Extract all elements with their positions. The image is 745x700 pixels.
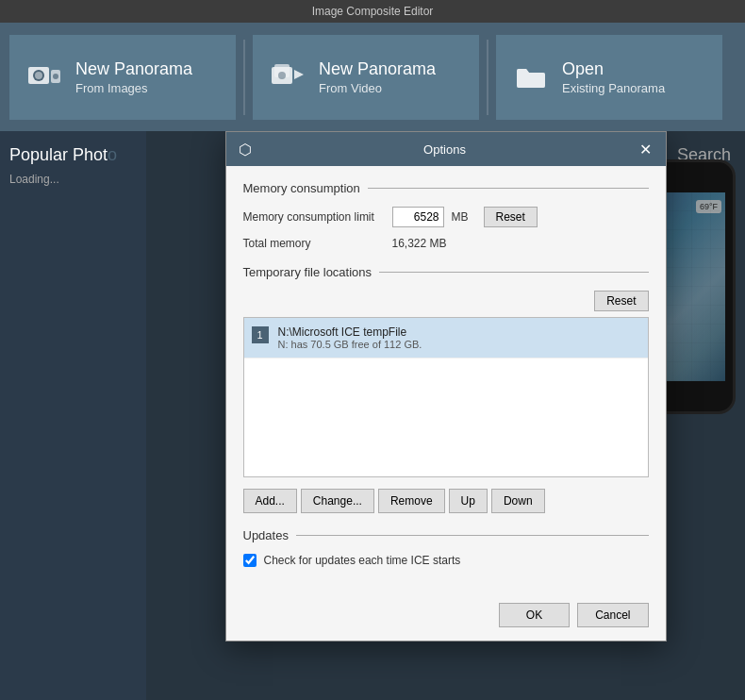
camera-icon	[26, 59, 62, 95]
dialog-close-button[interactable]: ✕	[636, 139, 656, 159]
file-item-num: 1	[252, 326, 269, 343]
tempfiles-reset-row: Reset	[243, 291, 649, 311]
right-content: Search 69°F ⬡ Options ✕	[146, 131, 745, 700]
file-actions: Add... Change... Remove Up Down	[243, 489, 649, 513]
new-panorama-images-button[interactable]: New Panorama From Images	[9, 35, 236, 120]
tempfiles-section-line	[379, 272, 648, 273]
btn2-sub: From Video	[319, 81, 436, 95]
ok-button[interactable]: OK	[499, 603, 570, 627]
tempfiles-section-header: Temporary file locations	[243, 265, 649, 279]
memory-limit-label: Memory consumption limit	[243, 210, 385, 224]
updates-section: Updates Check for updates each time ICE …	[243, 528, 649, 567]
memory-section-label: Memory consumption	[243, 181, 360, 195]
file-item-info: N:\Microsoft ICE tempFile N: has 70.5 GB…	[278, 325, 640, 350]
file-list-item[interactable]: 1 N:\Microsoft ICE tempFile N: has 70.5 …	[244, 318, 648, 358]
updates-section-label: Updates	[243, 528, 289, 542]
options-dialog: ⬡ Options ✕ Memory consumption Memory co…	[225, 131, 667, 642]
memory-limit-row: Memory consumption limit MB Reset	[243, 207, 649, 227]
updates-section-line	[296, 535, 649, 536]
svg-point-8	[278, 72, 286, 79]
dialog-titlebar: ⬡ Options ✕	[226, 132, 666, 166]
btn3-title: Open	[562, 58, 665, 80]
svg-point-4	[53, 74, 58, 79]
btn1-title: New Panorama	[75, 58, 192, 80]
updates-checkbox[interactable]	[243, 554, 257, 567]
file-item-path: N:\Microsoft ICE tempFile	[278, 325, 640, 339]
file-list[interactable]: 1 N:\Microsoft ICE tempFile N: has 70.5 …	[243, 317, 649, 477]
sidebar: Popular Photo Loading...	[0, 131, 146, 700]
down-button[interactable]: Down	[491, 489, 545, 513]
sidebar-title: Popular Photo	[9, 145, 137, 165]
toolbar: New Panorama From Images New Panorama Fr…	[0, 23, 745, 131]
modal-overlay: ⬡ Options ✕ Memory consumption Memory co…	[146, 131, 745, 700]
btn3-sub: Existing Panorama	[562, 81, 665, 95]
memory-section-line	[368, 188, 649, 189]
btn3-text: Open Existing Panorama	[562, 58, 665, 94]
open-panorama-button[interactable]: Open Existing Panorama	[496, 35, 722, 120]
change-button[interactable]: Change...	[301, 489, 374, 513]
dialog-icon: ⬡	[236, 140, 255, 158]
tempfiles-section-label: Temporary file locations	[243, 265, 372, 279]
dialog-body: Memory consumption Memory consumption li…	[226, 166, 666, 593]
up-button[interactable]: Up	[449, 489, 488, 513]
new-panorama-video-button[interactable]: New Panorama From Video	[253, 35, 479, 120]
total-memory-row: Total memory 16,322 MB	[243, 237, 649, 250]
cancel-button[interactable]: Cancel	[577, 603, 648, 627]
sidebar-loading: Loading...	[9, 173, 137, 186]
add-button[interactable]: Add...	[243, 489, 297, 513]
memory-reset-button[interactable]: Reset	[484, 207, 538, 227]
updates-checkbox-row: Check for updates each time ICE starts	[243, 554, 649, 567]
app-title: Image Composite Editor	[312, 5, 434, 18]
video-icon	[270, 59, 306, 95]
dialog-footer: OK Cancel	[226, 593, 666, 641]
total-memory-label: Total memory	[243, 237, 385, 250]
btn2-title: New Panorama	[319, 58, 436, 80]
tempfiles-reset-button[interactable]: Reset	[594, 291, 648, 311]
memory-unit: MB	[452, 210, 469, 224]
btn2-text: New Panorama From Video	[319, 58, 436, 94]
updates-section-header: Updates	[243, 528, 649, 542]
toolbar-divider-1	[243, 40, 245, 115]
updates-checkbox-label[interactable]: Check for updates each time ICE starts	[264, 554, 461, 567]
toolbar-divider-2	[487, 40, 488, 115]
title-bar: Image Composite Editor	[0, 0, 745, 23]
btn1-sub: From Images	[75, 81, 192, 95]
memory-limit-input[interactable]	[392, 207, 444, 227]
folder-icon	[513, 59, 549, 95]
tempfiles-section: Temporary file locations Reset 1 N:\Micr…	[243, 265, 649, 477]
main-area: Popular Photo Loading... Search 69°F ⬡ O…	[0, 131, 745, 700]
file-item-detail: N: has 70.5 GB free of 112 GB.	[278, 339, 640, 350]
dialog-title: Options	[262, 142, 628, 157]
memory-section-header: Memory consumption	[243, 181, 649, 195]
remove-button[interactable]: Remove	[378, 489, 445, 513]
svg-marker-7	[294, 70, 304, 79]
btn1-text: New Panorama From Images	[75, 58, 192, 94]
total-memory-value: 16,322 MB	[392, 237, 447, 250]
svg-point-2	[35, 72, 42, 79]
